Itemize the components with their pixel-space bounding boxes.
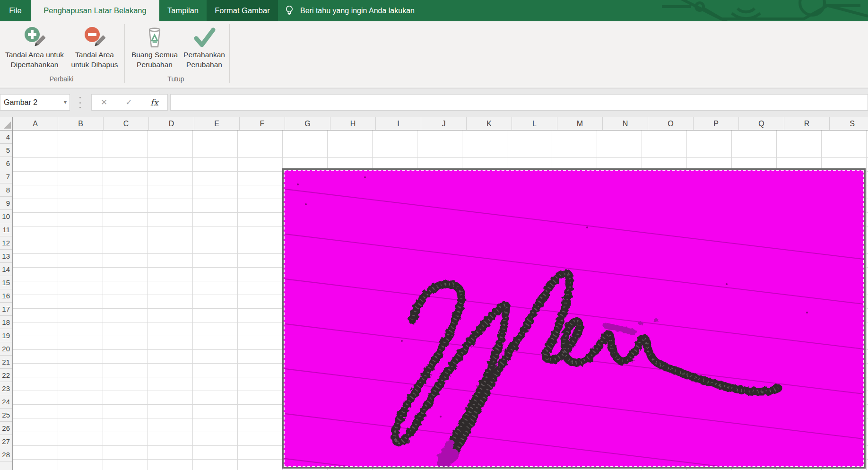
- row-header-16[interactable]: 16: [0, 289, 12, 303]
- column-header-S[interactable]: S: [830, 117, 868, 130]
- selected-picture-gambar-2[interactable]: [282, 168, 866, 469]
- column-header-G[interactable]: G: [285, 117, 330, 130]
- cancel-icon[interactable]: ✕: [101, 97, 107, 107]
- row-header-25[interactable]: 25: [0, 409, 12, 422]
- enter-icon[interactable]: ✓: [126, 97, 132, 107]
- row-header-7[interactable]: 7: [0, 170, 12, 183]
- row-header-13[interactable]: 13: [0, 250, 12, 263]
- row-header-23[interactable]: 23: [0, 382, 12, 395]
- column-header-O[interactable]: O: [648, 117, 694, 130]
- row-header-6[interactable]: 6: [0, 157, 12, 170]
- select-all-corner[interactable]: [0, 117, 13, 130]
- column-header-K[interactable]: K: [467, 117, 512, 130]
- button-label: Dipertahankan: [1, 60, 68, 70]
- row-header-8[interactable]: 8: [0, 183, 12, 197]
- row-header-18[interactable]: 18: [0, 316, 12, 329]
- tab-view[interactable]: Tampilan: [159, 0, 207, 21]
- button-label: Pertahankan: [182, 50, 227, 60]
- column-header-M[interactable]: M: [557, 117, 603, 130]
- mark-remove-icon: [83, 26, 106, 49]
- column-header-B[interactable]: B: [58, 117, 104, 130]
- row-header-12[interactable]: 12: [0, 236, 12, 250]
- column-header-R[interactable]: R: [784, 117, 830, 130]
- column-header-E[interactable]: E: [194, 117, 240, 130]
- button-label: Perubahan: [182, 60, 227, 70]
- tell-me-label: Beri tahu yang ingin Anda lakukan: [300, 7, 415, 15]
- column-header-N[interactable]: N: [603, 117, 648, 130]
- row-header-26[interactable]: 26: [0, 422, 12, 435]
- row-header-4[interactable]: 4: [0, 131, 12, 144]
- row-header-5[interactable]: 5: [0, 144, 12, 157]
- group-label-close: Tutup: [129, 75, 223, 83]
- row-header-20[interactable]: 20: [0, 342, 12, 356]
- row-header-22[interactable]: 22: [0, 369, 12, 382]
- mark-keep-icon: [23, 26, 46, 49]
- ribbon: Tandai Area untuk Dipertahankan Tandai A…: [0, 21, 868, 87]
- circuit-decoration: [662, 0, 868, 21]
- row-header-27[interactable]: 27: [0, 435, 12, 448]
- tab-picture-format[interactable]: Format Gambar: [207, 0, 278, 21]
- group-divider: [229, 24, 230, 83]
- column-headers: ABCDEFGHIJKLMNOPQRS: [0, 117, 868, 131]
- lightbulb-icon: [285, 5, 294, 17]
- row-header-11[interactable]: 11: [0, 223, 12, 236]
- marked-remove-stroke-tip: [442, 444, 454, 464]
- row-header-14[interactable]: 14: [0, 263, 12, 276]
- name-box-value: Gambar 2: [4, 98, 37, 106]
- row-header-24[interactable]: 24: [0, 395, 12, 409]
- formula-input[interactable]: [170, 94, 868, 111]
- formula-bar: Gambar 2 ▾ ✕ ✓ fx: [0, 88, 868, 117]
- column-header-D[interactable]: D: [149, 117, 194, 130]
- name-box-dropdown-icon[interactable]: ▾: [64, 95, 67, 110]
- group-divider: [124, 24, 125, 83]
- button-label: Buang Semua: [128, 50, 182, 60]
- marked-remove-dot: [653, 318, 658, 322]
- row-header-17[interactable]: 17: [0, 303, 12, 316]
- formula-bar-resize-handle[interactable]: [77, 97, 83, 108]
- button-label: untuk Dihapus: [68, 60, 121, 70]
- check-icon: [192, 26, 216, 49]
- column-header-L[interactable]: L: [512, 117, 557, 130]
- tab-background-removal[interactable]: Penghapusan Latar Belakang: [31, 0, 159, 21]
- group-label-refine: Perbaiki: [14, 75, 109, 83]
- row-header-9[interactable]: 9: [0, 197, 12, 210]
- row-header-21[interactable]: 21: [0, 356, 12, 369]
- column-header-F[interactable]: F: [240, 117, 285, 130]
- column-header-H[interactable]: H: [330, 117, 376, 130]
- button-label: Perubahan: [128, 60, 182, 70]
- row-header-19[interactable]: 19: [0, 329, 12, 342]
- ribbon-tab-bar: File Penghapusan Latar Belakang Tampilan…: [0, 0, 868, 21]
- row-header-28[interactable]: 28: [0, 448, 12, 461]
- name-box[interactable]: Gambar 2 ▾: [0, 94, 70, 111]
- row-header-15[interactable]: 15: [0, 276, 12, 289]
- column-header-A[interactable]: A: [13, 117, 58, 130]
- trash-recycle-icon: [143, 26, 166, 49]
- formula-buttons: ✕ ✓ fx: [91, 94, 168, 111]
- button-label: Tandai Area: [68, 50, 121, 60]
- tell-me-box[interactable]: Beri tahu yang ingin Anda lakukan: [285, 0, 415, 21]
- signature-drawing: [284, 170, 864, 467]
- button-label: Tandai Area untuk: [1, 50, 68, 60]
- column-header-C[interactable]: C: [104, 117, 149, 130]
- marked-remove-dot: [638, 321, 642, 325]
- excel-window: File Penghapusan Latar Belakang Tampilan…: [0, 0, 868, 470]
- signature-stroke: [395, 273, 778, 464]
- row-headers: 4567891011121314151617181920212223242526…: [0, 131, 13, 470]
- column-header-J[interactable]: J: [421, 117, 467, 130]
- insert-function-icon[interactable]: fx: [150, 97, 158, 107]
- row-header-10[interactable]: 10: [0, 210, 12, 223]
- column-header-P[interactable]: P: [694, 117, 739, 130]
- column-header-I[interactable]: I: [376, 117, 421, 130]
- tab-file[interactable]: File: [0, 0, 31, 21]
- column-header-Q[interactable]: Q: [739, 117, 784, 130]
